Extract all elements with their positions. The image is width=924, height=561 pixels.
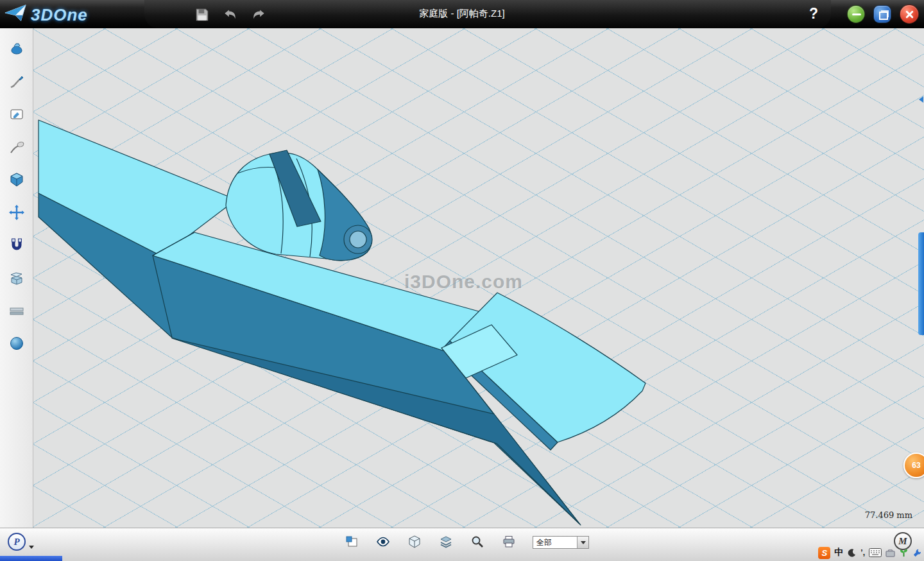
redo-button[interactable] [249, 5, 268, 23]
material-sphere-icon[interactable] [8, 334, 26, 352]
measurement-readout: 77.469 mm [865, 510, 912, 520]
sogou-logo-icon[interactable]: S [818, 547, 830, 559]
visibility-eye-icon[interactable] [375, 535, 391, 550]
view-toolbar: 全部 [344, 535, 589, 550]
minimize-button[interactable] [847, 5, 865, 23]
tray-wrench-icon[interactable] [912, 548, 922, 558]
measure-tool-icon[interactable] [8, 302, 26, 320]
layers-icon[interactable] [438, 535, 454, 550]
zoom-search-icon[interactable] [470, 535, 485, 550]
fullwidth-moon-icon[interactable] [847, 548, 857, 558]
dropdown-arrow-icon[interactable] [577, 537, 588, 548]
input-method-tray: S 中 ’, [818, 546, 922, 559]
minimize-icon [852, 13, 861, 15]
sketch-brush-icon[interactable] [8, 73, 26, 91]
titlebar-tools [193, 5, 268, 23]
move-tool-icon[interactable] [8, 203, 26, 221]
notification-badge[interactable]: 63 [903, 453, 924, 478]
panel-arrow-icon[interactable] [919, 96, 923, 103]
sketch-plane-icon[interactable] [8, 105, 26, 123]
titlebar[interactable]: 3DOne 家庭版 - [阿帕奇.Z1] ? [0, 0, 924, 28]
help-button[interactable]: ? [803, 3, 824, 24]
primitive-shapes-icon[interactable] [8, 40, 26, 58]
curve-tool-icon[interactable] [8, 138, 26, 156]
close-button[interactable] [900, 4, 919, 24]
feature-cube-icon[interactable] [8, 171, 26, 189]
profile-control: P [8, 533, 34, 551]
viewport-3d[interactable]: i3DOne.com 77.469 mm 63 [33, 28, 924, 528]
profile-caret-icon[interactable] [29, 546, 34, 549]
assembly-box-icon[interactable] [8, 269, 26, 287]
tray-plant-icon[interactable] [899, 548, 909, 558]
magnet-tool-icon[interactable] [8, 236, 26, 254]
application-window: 3DOne 家庭版 - [阿帕奇.Z1] ? [0, 0, 924, 561]
logo-text: 3DOne [31, 5, 88, 25]
undo-button[interactable] [221, 5, 240, 23]
statusbar: P 全部 [0, 528, 924, 561]
profile-button[interactable]: P [8, 533, 26, 551]
save-button[interactable] [193, 5, 212, 23]
model-geometry [38, 120, 646, 525]
display-filter-select[interactable]: 全部 [533, 536, 589, 549]
toolbox-icon[interactable] [886, 548, 895, 558]
display-cube-icon[interactable] [407, 535, 422, 550]
chinese-mode-button[interactable]: 中 [834, 547, 843, 558]
keyboard-icon[interactable] [869, 548, 882, 557]
filter-value: 全部 [533, 537, 577, 548]
plane-view-icon[interactable] [344, 535, 359, 550]
left-toolbar [0, 28, 33, 528]
app-logo: 3DOne [4, 3, 88, 27]
print-icon[interactable] [501, 535, 517, 550]
logo-plane-icon [4, 3, 28, 27]
window-controls [847, 4, 919, 24]
maximize-button[interactable] [873, 5, 891, 23]
taskbar-fragment [0, 556, 62, 561]
panel-handle[interactable] [918, 232, 924, 335]
punctuation-button[interactable]: ’, [860, 548, 865, 557]
restore-icon [879, 12, 888, 20]
watermark: i3DOne.com [404, 271, 523, 293]
